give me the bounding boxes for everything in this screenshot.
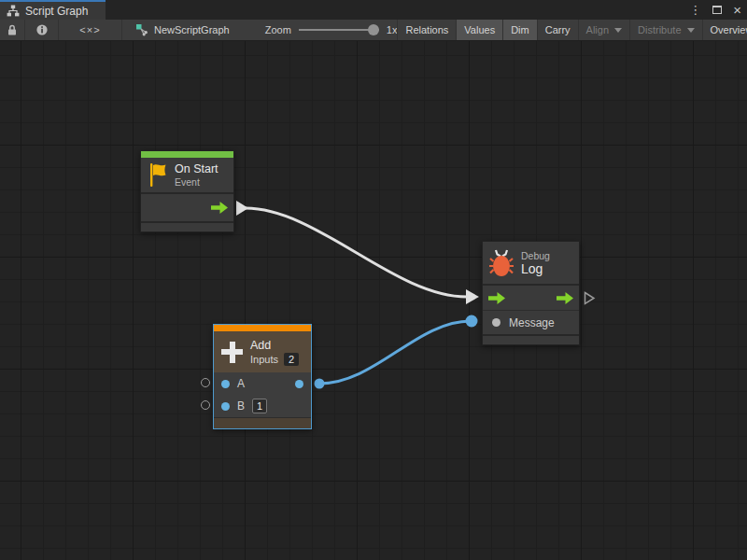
carry-button[interactable]: Carry [537, 20, 578, 41]
lock-icon [6, 23, 19, 36]
port-a-label: A [237, 377, 245, 390]
zoom-slider[interactable] [299, 24, 379, 35]
trigger-wire[interactable] [246, 208, 467, 297]
graph-canvas[interactable]: On Start Event Debug Log [0, 41, 747, 560]
node-title: Add [250, 339, 299, 352]
trigger-output-port[interactable] [557, 292, 573, 304]
distribute-dropdown[interactable]: Distribute [629, 20, 701, 41]
relations-button[interactable]: Relations [397, 20, 456, 41]
node-subtitle: Debug [521, 250, 550, 261]
flag-icon [148, 162, 168, 188]
message-input-port[interactable] [492, 318, 500, 327]
output-port[interactable] [295, 380, 303, 388]
zoom-control: Zoom 1x [265, 24, 398, 35]
graph-hierarchy-icon [7, 5, 20, 17]
node-add[interactable]: Add Inputs 2 A B 1 [213, 324, 312, 429]
toolbar-toggles: Relations Values Dim Carry Align Distrib… [397, 20, 747, 41]
align-label: Align [586, 24, 609, 35]
tab-title: Script Graph [25, 5, 88, 18]
zoom-label: Zoom [265, 24, 291, 35]
node-on-start[interactable]: On Start Event [140, 150, 234, 232]
value-wire-start-dot [315, 379, 325, 389]
message-port-label: Message [509, 316, 555, 329]
wire-layer [0, 41, 747, 560]
unconnected-input-indicator-b [201, 400, 210, 410]
trigger-wire-arrowhead [466, 289, 479, 304]
inputs-count-field[interactable]: 2 [284, 353, 299, 366]
unconnected-output-indicator [584, 291, 596, 305]
add-accent-bar [214, 325, 311, 331]
inputs-label: Inputs [250, 354, 278, 365]
zoom-slider-knob[interactable] [368, 24, 379, 35]
plus-icon [221, 342, 243, 363]
values-button[interactable]: Values [456, 20, 502, 41]
node-title: On Start [175, 162, 218, 175]
window-tab-bar: Script Graph ⋮ × [0, 0, 747, 20]
menu-icon[interactable]: ⋮ [687, 0, 703, 20]
value-wire[interactable] [319, 321, 471, 384]
unconnected-input-indicator-a [201, 378, 210, 387]
node-subtitle: Event [175, 176, 218, 188]
tab-script-graph[interactable]: Script Graph [0, 0, 106, 20]
graph-name-label: NewScriptGraph [154, 24, 230, 35]
trigger-input-port[interactable] [488, 292, 505, 304]
node-title: Log [521, 262, 550, 275]
port-b-label: B [237, 399, 245, 413]
graph-name-button[interactable]: NewScriptGraph [122, 20, 241, 41]
node-debug-log[interactable]: Debug Log Message [482, 241, 580, 345]
zoom-value: 1x [387, 24, 398, 35]
bug-icon [489, 248, 514, 277]
window-controls: ⋮ × [687, 0, 743, 20]
trigger-output-port[interactable] [211, 202, 228, 214]
graph-toolbar: <×> NewScriptGraph Zoom 1x Relations Val… [0, 20, 747, 41]
dim-button[interactable]: Dim [502, 20, 537, 41]
on-start-accent-bar [141, 151, 233, 158]
chevron-down-icon [687, 28, 695, 33]
port-b-value-field[interactable]: 1 [252, 399, 267, 413]
overview-button[interactable]: Overview [702, 20, 747, 41]
info-icon [35, 23, 49, 36]
input-port-a[interactable] [221, 380, 230, 388]
close-icon[interactable]: × [731, 1, 743, 19]
info-button[interactable] [25, 20, 59, 41]
zoom-slider-track[interactable] [299, 29, 379, 31]
node-footer [141, 223, 233, 231]
input-port-b[interactable] [221, 402, 230, 411]
value-wire-end-dot [466, 315, 478, 328]
align-dropdown[interactable]: Align [578, 20, 629, 41]
maximize-icon[interactable] [712, 6, 722, 14]
node-footer [214, 417, 311, 428]
lock-button[interactable] [0, 20, 25, 41]
script-graph-icon [135, 23, 148, 36]
node-footer [483, 336, 579, 344]
distribute-label: Distribute [638, 24, 681, 35]
edit-code-button[interactable]: <×> [59, 20, 122, 41]
chevron-down-icon [614, 28, 622, 33]
